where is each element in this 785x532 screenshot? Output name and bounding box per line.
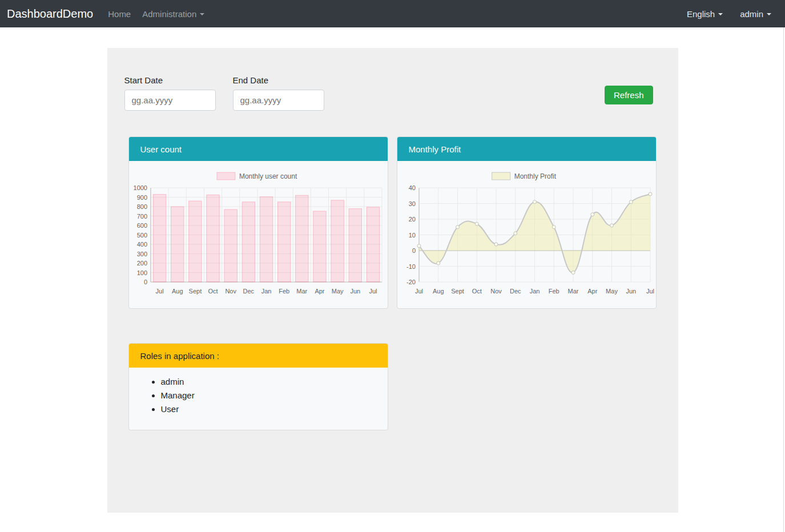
- user-count-panel: User count 01002003004005006007008009001…: [128, 136, 388, 309]
- refresh-button[interactable]: Refresh: [605, 86, 653, 104]
- svg-text:Nov: Nov: [490, 288, 502, 295]
- svg-text:Jan: Jan: [261, 288, 271, 295]
- svg-text:40: 40: [408, 184, 415, 191]
- navbar: DashboardDemo Home Administration Englis…: [0, 0, 785, 27]
- role-item: Manager: [161, 390, 376, 400]
- svg-text:20: 20: [408, 216, 415, 223]
- svg-text:Apr: Apr: [587, 288, 597, 295]
- monthly-user-count-bar-chart: 01002003004005006007008009001000JulAugSe…: [129, 161, 388, 307]
- svg-text:Apr: Apr: [315, 288, 324, 295]
- end-date-input[interactable]: [233, 90, 324, 111]
- svg-text:Feb: Feb: [548, 288, 559, 295]
- svg-text:Jul: Jul: [414, 288, 422, 295]
- svg-text:-20: -20: [406, 279, 416, 285]
- nav-item-administration-label: Administration: [142, 9, 196, 19]
- svg-text:300: 300: [136, 251, 147, 257]
- monthly-profit-panel: Monthly Profit -20-10010203040JulAugSept…: [397, 136, 657, 309]
- svg-text:Jun: Jun: [626, 288, 636, 295]
- svg-text:Aug: Aug: [171, 288, 183, 295]
- svg-text:0: 0: [412, 247, 415, 254]
- roles-row: Roles in application : adminManagerUser: [128, 343, 657, 430]
- svg-text:Jun: Jun: [350, 288, 360, 295]
- nav-menu: Home Administration: [103, 5, 209, 23]
- svg-text:Dec: Dec: [243, 288, 254, 295]
- roles-panel-title: Roles in application :: [140, 351, 219, 361]
- monthly-profit-line-chart: -20-10010203040JulAugSeptOctNovDecJanFeb…: [397, 161, 656, 307]
- svg-text:Jul: Jul: [155, 288, 163, 295]
- start-date-field-group: Start Date: [124, 75, 216, 111]
- svg-text:Nov: Nov: [225, 288, 236, 295]
- svg-text:Oct: Oct: [472, 288, 481, 295]
- chevron-down-icon: [718, 13, 723, 15]
- chevron-down-icon: [200, 13, 204, 15]
- svg-text:30: 30: [408, 200, 415, 207]
- svg-text:May: May: [606, 288, 618, 295]
- chevron-down-icon: [767, 13, 771, 15]
- roles-panel-header: Roles in application :: [129, 344, 388, 368]
- end-date-label: End Date: [233, 75, 324, 85]
- language-dropdown[interactable]: English: [682, 5, 727, 23]
- user-count-panel-title: User count: [140, 144, 182, 154]
- svg-text:900: 900: [136, 194, 147, 201]
- svg-text:400: 400: [136, 241, 147, 248]
- svg-text:Mar: Mar: [567, 288, 578, 295]
- svg-text:Jan: Jan: [529, 288, 540, 295]
- user-count-panel-header: User count: [129, 137, 388, 161]
- svg-text:Oct: Oct: [208, 288, 218, 295]
- start-date-input[interactable]: [124, 90, 216, 111]
- charts-row: User count 01002003004005006007008009001…: [128, 136, 657, 309]
- role-item: User: [161, 404, 376, 414]
- svg-text:-10: -10: [406, 263, 416, 270]
- svg-text:700: 700: [136, 213, 147, 220]
- role-item: admin: [161, 377, 376, 386]
- svg-text:0: 0: [143, 279, 147, 285]
- date-filter-form: Start Date End Date Refresh: [124, 75, 661, 111]
- svg-text:Monthly user count: Monthly user count: [239, 172, 297, 180]
- user-dropdown[interactable]: admin: [735, 5, 776, 23]
- svg-text:Aug: Aug: [432, 288, 444, 295]
- svg-text:100: 100: [136, 269, 147, 276]
- main-container: Start Date End Date Refresh User count 0…: [107, 48, 678, 513]
- svg-text:600: 600: [136, 222, 147, 229]
- svg-text:Feb: Feb: [279, 288, 289, 295]
- scrollbar[interactable]: [783, 27, 784, 532]
- svg-text:800: 800: [136, 203, 147, 210]
- svg-text:500: 500: [136, 232, 147, 239]
- start-date-label: Start Date: [124, 75, 216, 85]
- nav-item-home-label: Home: [108, 9, 131, 19]
- svg-text:Sept: Sept: [451, 288, 464, 295]
- svg-text:10: 10: [408, 232, 415, 239]
- svg-text:Jul: Jul: [369, 288, 377, 295]
- svg-text:Sept: Sept: [188, 288, 202, 295]
- user-dropdown-label: admin: [740, 9, 763, 19]
- svg-text:1000: 1000: [133, 184, 147, 191]
- end-date-field-group: End Date: [233, 75, 324, 111]
- svg-text:Jul: Jul: [646, 288, 654, 295]
- monthly-profit-panel-body: -20-10010203040JulAugSeptOctNovDecJanFeb…: [397, 161, 656, 308]
- nav-right-menu: English admin: [682, 5, 776, 23]
- monthly-profit-panel-title: Monthly Profit: [409, 144, 461, 154]
- nav-item-home[interactable]: Home: [103, 5, 135, 23]
- svg-text:May: May: [331, 288, 343, 295]
- brand[interactable]: DashboardDemo: [7, 7, 93, 21]
- roles-panel-body: adminManagerUser: [129, 368, 388, 430]
- svg-text:Dec: Dec: [509, 288, 521, 295]
- svg-text:Mar: Mar: [296, 288, 307, 295]
- language-dropdown-label: English: [687, 9, 715, 19]
- user-count-panel-body: 01002003004005006007008009001000JulAugSe…: [129, 161, 388, 308]
- svg-text:200: 200: [136, 260, 147, 267]
- roles-panel: Roles in application : adminManagerUser: [128, 343, 388, 430]
- monthly-profit-panel-header: Monthly Profit: [397, 137, 656, 161]
- roles-list: adminManagerUser: [140, 377, 376, 414]
- svg-text:Monthly Profit: Monthly Profit: [514, 172, 556, 180]
- nav-item-administration[interactable]: Administration: [138, 5, 209, 23]
